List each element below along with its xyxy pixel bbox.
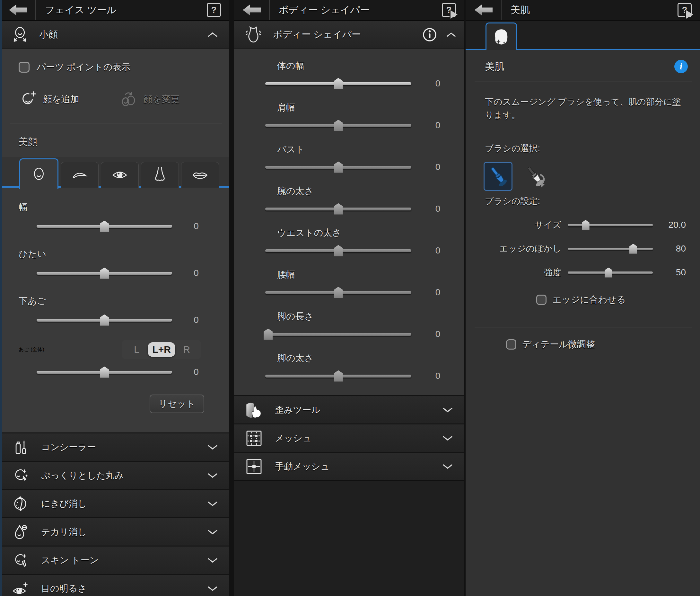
slider-track[interactable] [265,249,411,252]
slider-thumb[interactable] [629,244,637,254]
section-manual-mesh[interactable]: 手動メッシュ [234,452,464,480]
checkbox-unchecked[interactable] [19,62,29,73]
section-acne-removal[interactable]: にきび消し [0,489,229,517]
tab-face-shape[interactable] [19,158,58,189]
slider-group-size: サイズ 20.0 [477,219,700,231]
info-icon-blue[interactable]: i [674,60,688,73]
body-shaper-header: ボディー シェイパー ? [234,0,464,21]
divider [10,123,222,123]
page-title: フェイス ツール [45,3,116,17]
section-concealer[interactable]: コンシーラー [0,432,229,461]
section-label: 歪みツール [275,404,320,416]
segment-right[interactable]: R [175,342,198,357]
skin-content: 美肌 i 下のスムージング ブラシを使って、肌の部分に塗ります。 ブラシの選択: [466,50,700,596]
header-divider [35,0,36,20]
slider-track[interactable] [568,224,653,226]
chevron-down-icon [442,436,453,441]
slider-track[interactable] [265,333,411,336]
slider-thumb[interactable] [334,287,343,298]
section-header-small-face[interactable]: 小顔 [0,21,229,49]
slider-track[interactable] [36,319,172,322]
slider-track[interactable] [36,225,172,228]
slider-track[interactable] [36,371,172,374]
slider-track[interactable] [265,124,411,127]
slider-label: 腕の太さ [277,185,464,197]
slider-group-body-width: 体の幅 0 [277,60,464,89]
chevron-up-icon[interactable] [446,32,456,38]
brush-select-label: ブラシの選択: [485,143,700,154]
segment-left-right[interactable]: L+R [148,342,175,357]
eraser-brush-button[interactable] [521,162,550,191]
skin-tone-icon [11,551,29,570]
slider-label: 腰幅 [277,269,464,281]
segment-left[interactable]: L [125,342,148,357]
tab-skin-smoothing[interactable] [486,23,517,50]
tab-eyebrow[interactable] [61,162,99,188]
chevron-down-icon [442,407,453,413]
slider-track[interactable] [265,166,411,169]
slider-track[interactable] [36,272,172,275]
slider-thumb[interactable] [334,245,343,256]
slider-value: 50 [653,267,686,278]
slider-thumb[interactable] [605,268,612,278]
slider-thumb[interactable] [100,367,109,378]
chevron-down-icon [207,473,218,478]
face-part-tabs [19,158,221,188]
page-title: 美肌 [511,3,530,17]
slider-value: 0 [411,287,464,298]
slider-track[interactable] [265,82,411,85]
help-icon[interactable]: ? [677,3,692,17]
slider-track[interactable] [265,291,411,294]
section-warp-tool[interactable]: 歪みツール [234,395,464,423]
show-points-checkbox-row[interactable]: パーツ ポイントの表示 [19,61,229,73]
add-face-button[interactable]: 顔を追加 [19,90,79,108]
help-icon[interactable]: ? [442,3,456,17]
slider-thumb[interactable] [100,221,109,232]
reset-button[interactable]: リセット [150,395,204,413]
slider-thumb[interactable] [100,315,109,326]
smoothing-brush-button[interactable] [484,162,513,191]
slider-value: 0 [411,162,464,172]
slider-thumb[interactable] [334,162,343,173]
detail-checkbox-row[interactable]: ディテール微調整 [506,338,700,350]
checkbox-unchecked[interactable] [506,339,516,350]
section-header-body-shaper[interactable]: ボディー シェイパー [234,21,464,49]
slider-thumb[interactable] [582,220,590,230]
slider-thumb[interactable] [264,329,273,340]
tab-eye[interactable] [101,162,139,188]
slider-track[interactable] [265,207,411,210]
eye-brightness-icon [11,579,29,596]
info-icon[interactable] [422,27,437,43]
tab-lips[interactable] [181,162,219,188]
left-right-segmented-control: L L+R R [122,340,201,359]
section-plump[interactable]: ぷっくりとした丸み [0,461,229,489]
section-eye-brightness[interactable]: 目の明るさ [0,574,229,596]
slider-track[interactable] [568,248,653,250]
section-mesh[interactable]: メッシュ [234,423,464,452]
slider-label: あご (全体) [19,346,44,353]
back-arrow-icon[interactable] [243,4,261,16]
slider-thumb[interactable] [334,120,343,131]
help-icon[interactable]: ? [207,3,221,17]
tab-nose[interactable] [141,162,179,188]
section-skin-tone[interactable]: スキン トーン [0,546,229,574]
body-shaper-icon [244,25,263,44]
slider-track[interactable] [265,375,411,377]
page-title: ボディー シェイパー [279,3,370,17]
back-arrow-icon[interactable] [9,4,27,16]
slider-value: 20.0 [653,220,686,230]
slider-thumb[interactable] [334,78,343,89]
change-face-button: 顔を変更 [119,90,180,108]
section-label: スキン トーン [41,554,99,567]
slider-track[interactable] [568,272,653,274]
slider-thumb[interactable] [334,203,343,215]
fit-edges-checkbox-row[interactable]: エッジに合わせる [536,294,700,306]
slider-group-width: 幅 0 [19,201,229,231]
slider-group-feather: エッジのぼかし 80 [477,243,700,254]
back-arrow-icon[interactable] [474,4,493,16]
slider-thumb[interactable] [100,268,109,279]
section-shine-removal[interactable]: テカリ消し [0,517,229,546]
slider-thumb[interactable] [334,370,343,382]
checkbox-unchecked[interactable] [536,295,546,305]
section-label: 目の明るさ [41,582,87,595]
